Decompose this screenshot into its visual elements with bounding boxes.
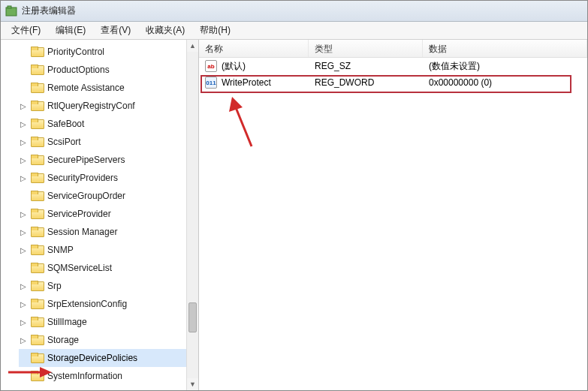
tree-item[interactable]: ▷SecurityProviders [19,169,198,187]
window-title: 注册表编辑器 [22,5,76,17]
tree-item-label: SNMP [47,245,74,255]
regedit-window: 注册表编辑器 文件(F) 编辑(E) 查看(V) 收藏夹(A) 帮助(H) Pr… [0,0,588,391]
folder-icon [31,299,43,309]
content-area: PriorityControlProductOptionsRemote Assi… [1,40,587,390]
expand-toggle [19,353,28,362]
expand-toggle[interactable]: ▷ [19,101,28,110]
tree-item[interactable]: ▷Session Manager [19,223,198,241]
tree-item[interactable]: SQMServiceList [19,259,198,277]
column-header-name[interactable]: 名称 [199,40,309,57]
expand-toggle[interactable]: ▷ [19,137,28,146]
scroll-up-button[interactable]: ▲ [187,40,198,52]
folder-icon [31,47,43,57]
scroll-thumb[interactable] [188,302,197,332]
tree-item[interactable]: ProductOptions [19,61,198,79]
expand-toggle[interactable]: ▷ [19,245,28,254]
tree-list[interactable]: PriorityControlProductOptionsRemote Assi… [1,40,198,388]
expand-toggle[interactable]: ▷ [19,227,28,236]
tree-item-label: Storage [47,335,79,345]
menu-file[interactable]: 文件(F) [4,22,48,39]
expand-toggle[interactable]: ▷ [19,155,28,164]
folder-icon [31,263,43,273]
expand-toggle[interactable]: ▷ [19,299,28,308]
folder-icon [31,353,43,363]
tree-item-label: Remote Assistance [47,83,125,93]
expand-toggle[interactable]: ▷ [19,335,28,344]
menu-edit[interactable]: 编辑(E) [48,22,93,39]
tree-item-label: SrpExtensionConfig [47,299,127,309]
folder-icon [31,227,43,237]
tree-item-label: StillImage [47,317,87,327]
tree-scrollbar[interactable]: ▲ ▼ [186,40,198,390]
tree-item-label: Srp [47,281,62,291]
value-data-cell: (数值未设置) [423,60,587,73]
list-body[interactable]: ab(默认)REG_SZ(数值未设置)011WriteProtectREG_DW… [199,58,587,390]
expand-toggle[interactable]: ▷ [19,317,28,326]
expand-toggle [19,371,28,380]
folder-icon [31,371,43,381]
tree-item-label: StorageDevicePolicies [47,353,137,363]
expand-toggle[interactable]: ▷ [19,281,28,290]
tree-item[interactable]: ▷ScsiPort [19,133,198,151]
folder-icon [31,137,43,147]
annotation-arrow-value [222,95,259,148]
value-name: (默认) [222,60,246,73]
value-name-cell: 011WriteProtect [199,77,309,89]
tree-item-label: ServiceGroupOrder [47,191,125,201]
tree-item[interactable]: ▷Storage [19,331,198,349]
tree-item[interactable]: ▷StillImage [19,313,198,331]
expand-toggle [19,83,28,92]
value-row[interactable]: 011WriteProtectREG_DWORD0x00000000 (0) [199,74,587,91]
tree-item[interactable]: ▷SNMP [19,241,198,259]
dword-value-icon: 011 [205,77,217,89]
svg-rect-1 [8,6,11,8]
folder-icon [31,83,43,93]
expand-toggle [19,263,28,272]
menu-view[interactable]: 查看(V) [93,22,138,39]
folder-icon [31,101,43,111]
tree-item[interactable]: ServiceGroupOrder [19,187,198,205]
tree-item-label: ScsiPort [47,137,81,147]
expand-toggle [19,65,28,74]
tree-item-label: SecurePipeServers [47,155,125,165]
folder-icon [31,173,43,183]
expand-toggle[interactable]: ▷ [19,209,28,218]
expand-toggle[interactable]: ▷ [19,173,28,182]
tree-item[interactable]: ▷Srp [19,277,198,295]
expand-toggle [19,191,28,200]
folder-icon [31,209,43,219]
tree-item[interactable]: ▷RtlQueryRegistryConf [19,97,198,115]
tree-item[interactable]: SystemInformation [19,367,198,385]
tree-item[interactable]: ▷SrpExtensionConfig [19,295,198,313]
scroll-down-button[interactable]: ▼ [187,378,198,390]
column-header-data[interactable]: 数据 [423,40,587,57]
tree-item-label: PriorityControl [47,47,104,57]
tree-item[interactable]: ▷ServiceProvider [19,205,198,223]
menu-favorites[interactable]: 收藏夹(A) [138,22,192,39]
app-icon [5,5,17,17]
svg-rect-0 [6,8,17,16]
folder-icon [31,191,43,201]
tree-item-label: SafeBoot [47,119,84,129]
folder-icon [31,119,43,129]
menu-help[interactable]: 帮助(H) [192,22,238,39]
value-row[interactable]: ab(默认)REG_SZ(数值未设置) [199,58,587,74]
expand-toggle[interactable]: ▷ [19,119,28,128]
tree-item-label: ProductOptions [47,65,110,75]
tree-item-label: SQMServiceList [47,263,112,273]
expand-toggle [19,47,28,56]
tree-item[interactable]: Remote Assistance [19,79,198,97]
tree-item-label: SystemInformation [47,371,122,381]
tree-item[interactable]: ▷SecurePipeServers [19,151,198,169]
tree-item-label: Session Manager [47,227,117,237]
tree-item[interactable]: PriorityControl [19,43,198,61]
titlebar[interactable]: 注册表编辑器 [1,1,587,22]
menubar: 文件(F) 编辑(E) 查看(V) 收藏夹(A) 帮助(H) [1,22,587,40]
folder-icon [31,245,43,255]
value-type-cell: REG_DWORD [309,77,423,88]
column-header-type[interactable]: 类型 [309,40,423,57]
value-name-cell: ab(默认) [199,60,309,73]
tree-item[interactable]: StorageDevicePolicies [19,349,198,367]
tree-item[interactable]: ▷SafeBoot [19,115,198,133]
tree-item-label: ServiceProvider [47,209,111,219]
